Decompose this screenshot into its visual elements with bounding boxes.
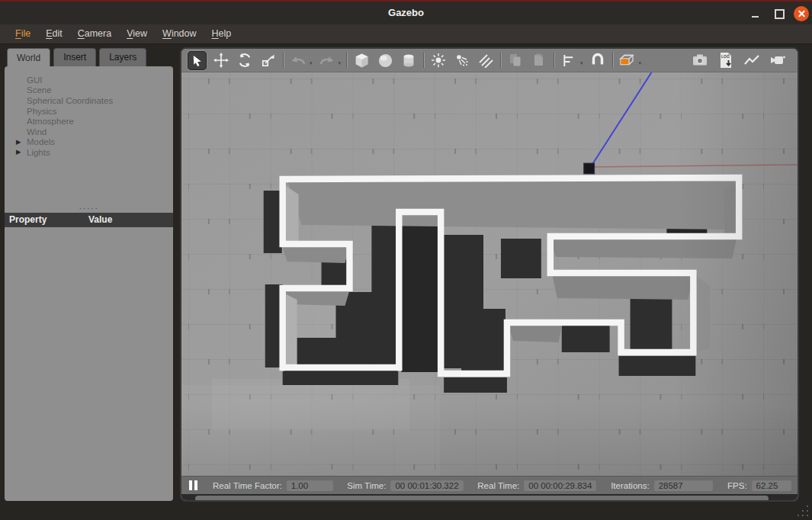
window-title: Gazebo	[0, 2, 812, 24]
menu-view[interactable]: View	[119, 24, 155, 43]
toolbar-separator	[283, 53, 284, 68]
tree-item-spherical-coordinates[interactable]: Spherical Coordinates	[5, 95, 173, 106]
translate-tool-button[interactable]	[212, 51, 230, 69]
scale-tool-button[interactable]	[259, 51, 278, 69]
window-resize-grip[interactable]	[798, 506, 808, 516]
camera-icon	[692, 53, 708, 68]
world-panel: GUI Scene Spherical Coordinates Physics …	[5, 66, 173, 501]
paste-button[interactable]	[530, 51, 548, 69]
capture-tools: LOG	[691, 51, 791, 69]
titlebar[interactable]: Gazebo	[0, 2, 812, 24]
scrollbar-handle[interactable]	[195, 496, 769, 502]
insert-box-button[interactable]	[352, 51, 371, 69]
snap-button[interactable]	[589, 51, 607, 69]
tree-item-models[interactable]: ▶Models	[5, 137, 173, 148]
menu-window[interactable]: Window	[155, 24, 204, 43]
video-camera-icon	[769, 53, 786, 67]
tree-item-physics[interactable]: Physics	[5, 106, 173, 117]
log-file-icon: LOG	[718, 52, 733, 69]
spot-light-icon	[454, 53, 470, 68]
column-property: Property	[9, 213, 47, 227]
undo-button[interactable]	[289, 51, 307, 69]
rotate-icon	[237, 53, 252, 68]
pause-button[interactable]	[189, 480, 197, 490]
tab-layers[interactable]: Layers	[99, 48, 146, 66]
directional-light-button[interactable]	[477, 51, 495, 69]
redo-button[interactable]	[318, 51, 336, 69]
close-button[interactable]	[794, 6, 809, 21]
bottom-vignette	[181, 72, 798, 476]
sim-time-value: 00 00:01:30.322	[390, 480, 463, 491]
view-dropdown-caret[interactable]: ▾	[639, 60, 642, 66]
point-light-button[interactable]	[429, 51, 448, 69]
maximize-button[interactable]	[772, 7, 786, 21]
toolbar: ▾ ▾	[181, 49, 798, 72]
real-time-factor-label: Real Time Factor:	[213, 481, 282, 490]
simulation-statusbar: Real Time Factor: 1.00 Sim Time: 00 00:0…	[181, 476, 798, 494]
spot-light-button[interactable]	[453, 51, 471, 69]
panel-splitter[interactable]: ·····	[5, 206, 173, 210]
insert-cylinder-button[interactable]	[400, 51, 418, 69]
menubar: File Edit Camera View Window Help	[0, 24, 812, 44]
column-value: Value	[88, 213, 112, 227]
menu-camera[interactable]: Camera	[70, 24, 119, 43]
plot-button[interactable]	[743, 51, 761, 69]
undo-dropdown-caret[interactable]: ▾	[310, 60, 313, 66]
tree-item-lights[interactable]: ▶Lights	[5, 147, 173, 158]
align-button[interactable]	[560, 51, 578, 69]
tree-item-wind[interactable]: Wind	[5, 127, 173, 137]
iterations-value: 28587	[654, 480, 714, 491]
tab-world[interactable]: World	[7, 48, 50, 68]
cylinder-icon	[401, 53, 416, 69]
log-record-button[interactable]: LOG	[717, 51, 735, 69]
real-time-label: Real Time:	[477, 481, 519, 490]
left-panel: World Insert Layers GUI Scene Spherical …	[0, 44, 178, 520]
tree-item-gui[interactable]: GUI	[5, 75, 173, 85]
close-icon	[794, 6, 809, 21]
paste-icon	[531, 53, 547, 68]
render-widget: ▾ ▾	[180, 47, 799, 502]
rotate-tool-button[interactable]	[236, 51, 254, 69]
scene-tree: GUI Scene Spherical Coordinates Physics …	[5, 66, 173, 158]
tab-insert[interactable]: Insert	[53, 48, 96, 66]
view-cube-icon	[618, 51, 637, 69]
scene-canvas[interactable]	[181, 72, 798, 476]
horizontal-scrollbar[interactable]	[181, 494, 798, 502]
undo-icon	[290, 53, 307, 67]
redo-icon	[319, 53, 335, 67]
chart-line-icon	[743, 53, 760, 67]
minimize-button[interactable]	[748, 7, 762, 21]
panel-tabs: World Insert Layers	[7, 48, 146, 68]
copy-icon	[508, 53, 523, 68]
video-record-button[interactable]	[769, 51, 787, 69]
toolbar-separator	[500, 53, 501, 68]
pause-icon	[189, 480, 192, 490]
screenshot-button[interactable]	[691, 51, 709, 69]
property-table-header: Property Value	[5, 213, 173, 227]
copy-button[interactable]	[506, 51, 525, 69]
real-time-factor-value: 1.00	[287, 480, 333, 491]
minimize-icon	[752, 16, 759, 18]
redo-dropdown-caret[interactable]: ▾	[339, 60, 342, 66]
toolbar-separator	[346, 53, 347, 68]
select-arrow-icon	[191, 54, 204, 67]
expand-arrow-icon[interactable]: ▶	[16, 138, 21, 146]
render-viewport[interactable]	[181, 72, 798, 476]
sphere-icon	[377, 53, 393, 69]
menu-file[interactable]: File	[8, 24, 38, 43]
tree-item-scene[interactable]: Scene	[5, 85, 173, 96]
select-tool-button[interactable]	[188, 51, 207, 70]
align-dropdown-caret[interactable]: ▾	[580, 60, 583, 66]
sun-icon	[431, 53, 446, 68]
toolbar-separator	[554, 53, 554, 68]
toolbar-separator	[423, 53, 424, 68]
expand-arrow-icon[interactable]: ▶	[16, 148, 21, 156]
menu-help[interactable]: Help	[204, 24, 239, 43]
fps-label: FPS:	[727, 481, 747, 490]
view-angle-button[interactable]	[618, 51, 637, 69]
menu-edit[interactable]: Edit	[38, 24, 70, 43]
toolbar-separator	[612, 53, 613, 68]
box-icon	[354, 53, 370, 69]
insert-sphere-button[interactable]	[376, 51, 394, 69]
tree-item-atmosphere[interactable]: Atmosphere	[5, 116, 173, 127]
